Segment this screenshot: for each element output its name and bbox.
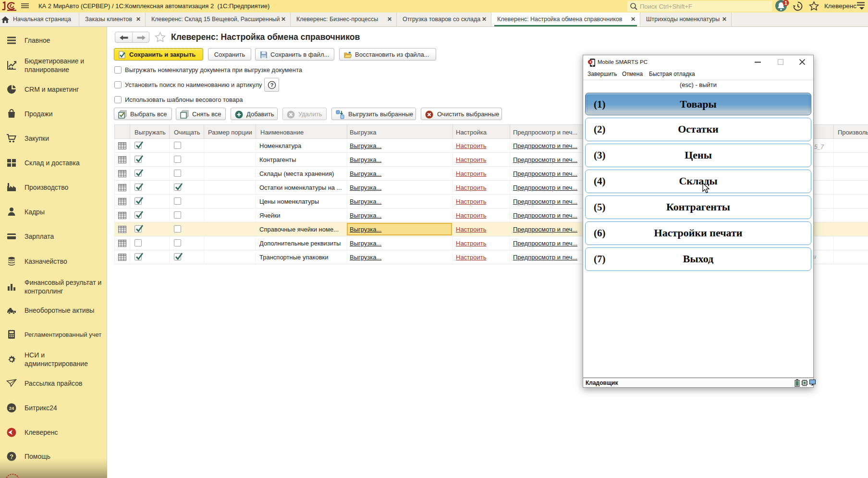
svg-text:24: 24 — [9, 405, 14, 411]
svg-text:?: ? — [270, 82, 274, 88]
svg-text:1: 1 — [784, 0, 787, 6]
